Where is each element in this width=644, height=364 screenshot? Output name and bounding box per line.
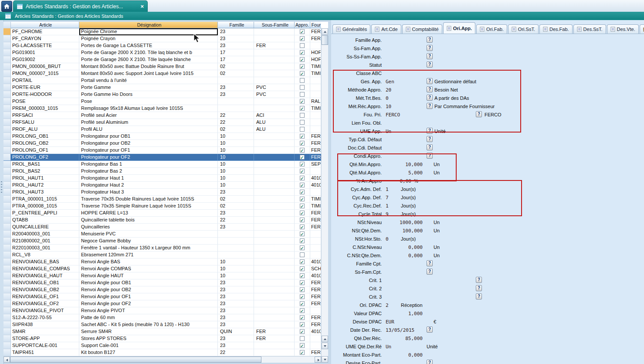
cell-article[interactable]: PRFSACI [11, 112, 79, 119]
cell-sous-famille[interactable] [254, 161, 295, 168]
row-selector[interactable] [3, 231, 11, 238]
cell-article[interactable]: PROLONG_OB2 [11, 140, 79, 147]
cell-sous-famille[interactable] [254, 217, 295, 224]
row-selector[interactable] [3, 84, 11, 91]
appro-checkbox[interactable] [300, 211, 305, 215]
cell-fournisseur[interactable]: FER [310, 35, 321, 42]
appro-checkbox[interactable] [300, 190, 305, 194]
row-selector[interactable] [3, 133, 11, 140]
table-row[interactable]: TAIPR451Kit bouton B12722FER [3, 349, 321, 356]
row-selector[interactable] [3, 77, 11, 84]
cell-sous-famille[interactable] [254, 154, 295, 161]
appro-checkbox[interactable] [300, 183, 305, 187]
field-value[interactable]: 20 [386, 87, 391, 93]
field-value[interactable]: 5,000 [386, 170, 423, 176]
vertical-scroll-thumb[interactable] [322, 35, 328, 45]
appro-checkbox[interactable] [300, 113, 305, 118]
cell-article[interactable]: PTRA_000001_1015 [11, 196, 79, 203]
appro-checkbox[interactable] [300, 36, 305, 41]
cell-sous-famille[interactable] [254, 307, 295, 314]
cell-sous-famille[interactable] [254, 252, 295, 259]
appro-checkbox[interactable] [300, 273, 305, 278]
cell-sous-famille[interactable] [254, 265, 295, 272]
cell-sous-famille[interactable]: FER [254, 335, 295, 342]
row-selector[interactable] [3, 349, 11, 356]
cell-famille[interactable]: 17 [218, 56, 254, 63]
cell-sous-famille[interactable] [254, 272, 295, 279]
row-selector[interactable] [3, 56, 11, 63]
cell-sous-famille[interactable]: ALU [254, 119, 295, 126]
cell-article[interactable]: PMON_000007_1015 [11, 70, 79, 77]
cell-fournisseur[interactable] [310, 42, 321, 49]
lookup-button[interactable]: ? [427, 37, 433, 43]
row-selector[interactable] [3, 321, 11, 328]
cell-article[interactable]: PROLONG_OF1 [11, 147, 79, 154]
field-value[interactable]: 0 [386, 95, 389, 101]
row-selector[interactable] [3, 119, 11, 126]
appro-checkbox[interactable] [300, 287, 305, 292]
table-row[interactable]: PG019001Porte de Garage 2000 X 2100. Tôl… [3, 49, 321, 56]
cell-fournisseur[interactable] [310, 84, 321, 91]
lookup-button[interactable]: ? [427, 260, 433, 266]
column-header-selector[interactable] [3, 22, 11, 28]
cell-designation[interactable]: Renvoi Angle PIVOT [79, 307, 218, 314]
cell-sous-famille[interactable] [254, 105, 295, 112]
row-selector[interactable] [3, 328, 11, 335]
cell-fournisseur[interactable] [310, 307, 321, 314]
tab-des-fab[interactable]: Des.Fab. [539, 24, 573, 34]
appro-checkbox[interactable] [300, 231, 305, 236]
cell-famille[interactable]: 02 [218, 70, 254, 77]
cell-sous-famille[interactable] [254, 245, 295, 252]
cell-famille[interactable]: 10 [218, 140, 254, 147]
row-selector[interactable] [3, 98, 11, 105]
field-value[interactable]: FERCO [386, 112, 400, 118]
appro-checkbox[interactable] [300, 225, 305, 229]
cell-article[interactable]: PORTE-EUR [11, 84, 79, 91]
row-selector[interactable] [3, 279, 11, 286]
scroll-up-icon[interactable] [322, 28, 328, 35]
appro-checkbox[interactable] [300, 350, 305, 355]
tab-ori-app[interactable]: Ori.App. [443, 22, 475, 34]
table-row[interactable]: PROL_HAUT2Prolongateur Haut 2104010 [3, 182, 321, 189]
cell-article[interactable]: PORTE-HODOOR [11, 91, 79, 98]
cell-famille[interactable]: 02 [218, 203, 254, 210]
cell-sous-famille[interactable] [254, 63, 295, 70]
appro-checkbox[interactable] [300, 99, 305, 104]
row-selector[interactable] [3, 335, 11, 342]
row-selector[interactable] [3, 238, 11, 245]
document-tab[interactable]: Articles Standards : Gestion des Article… [13, 0, 148, 12]
cell-designation[interactable]: Profilé seul Aluminium [79, 119, 218, 126]
field-value[interactable]: 100,000 [386, 228, 423, 234]
row-selector[interactable] [3, 140, 11, 147]
cell-designation[interactable]: Prolongateur Bas 2 [79, 168, 218, 175]
cell-sous-famille[interactable]: ALU [254, 126, 295, 133]
row-selector[interactable] [3, 112, 11, 119]
cell-article[interactable]: SUPPORTCALE-001 [11, 342, 79, 349]
cell-designation[interactable]: Prolongateur Haut 3 [79, 189, 218, 196]
table-row[interactable]: PROLONG_OF1Prolongateur pour OF110FER [3, 147, 321, 154]
row-selector[interactable] [3, 252, 11, 259]
cell-article[interactable]: PROL_BAS2 [11, 168, 79, 175]
cell-famille[interactable] [218, 231, 254, 238]
cell-fournisseur[interactable] [310, 335, 321, 342]
cell-famille[interactable]: 10 [218, 133, 254, 140]
table-row[interactable]: RENVOIANGLE_BASRenvoi Angle BAS104010 [3, 259, 321, 265]
table-row[interactable]: PF_CHROMEPoignée Chrome23FER [3, 28, 321, 35]
cell-fournisseur[interactable]: FER [310, 133, 321, 140]
appro-checkbox[interactable] [300, 127, 305, 132]
cell-article[interactable]: SM4R [11, 328, 79, 335]
table-row[interactable]: PROLONG_OB1Prolongateur pour OB110FER [3, 133, 321, 140]
table-row[interactable]: PMON_000007_1015Montant 80x50 avec Suppo… [3, 70, 321, 77]
row-selector[interactable] [3, 105, 11, 112]
cell-fournisseur[interactable]: FER [310, 293, 321, 300]
row-selector[interactable] [3, 126, 11, 133]
cell-sous-famille[interactable] [254, 140, 295, 147]
field-value[interactable]: 0,00 [386, 178, 411, 184]
lookup-button[interactable]: ? [427, 327, 433, 333]
cell-designation[interactable]: Renvoi Angle pour OB2 [79, 286, 218, 293]
cell-sous-famille[interactable] [254, 293, 295, 300]
field-value[interactable]: Un [386, 344, 391, 350]
row-selector[interactable] [3, 28, 11, 35]
tab-generalites[interactable]: Généralités [332, 24, 370, 34]
table-row[interactable]: RENVOIANGLE_OB2Renvoi Angle pour OB223FE… [3, 286, 321, 293]
